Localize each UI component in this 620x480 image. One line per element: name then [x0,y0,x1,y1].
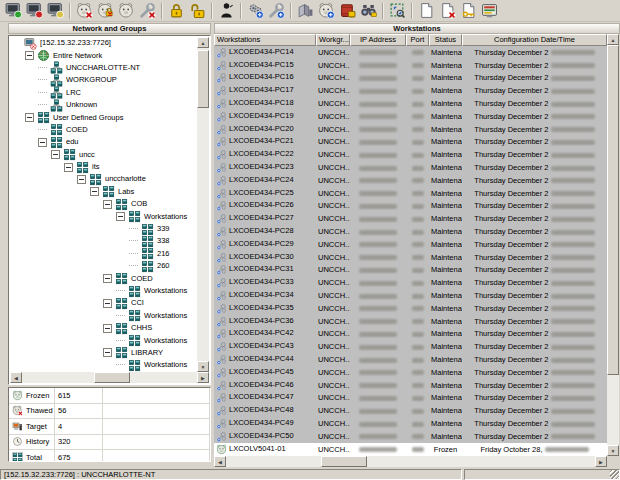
tree-item-workstations[interactable]: Workstations [10,210,197,222]
tree-item-library[interactable]: LIBRARY [10,347,197,359]
tree-item-edu[interactable]: edu [10,136,197,148]
workstation-row-lxcoed434-pc19[interactable]: LXCOED434-PC19UNCCH...Maintena...Thursda… [214,110,607,123]
table-vertical-scrollbar[interactable]: ▲ ▼ [607,34,619,456]
tree-item-labs[interactable]: Labs [10,186,197,198]
tree-item-entire-network[interactable]: Entire Network [10,49,197,61]
scroll-track[interactable] [197,48,209,361]
tree-item-workstations[interactable]: Workstations [10,334,197,346]
scroll-down-button[interactable]: ▼ [607,445,619,456]
workstation-row-lxcoed434-pc50[interactable]: LXCOED434-PC50UNCCH...Maintena...Thursda… [214,430,607,443]
collapse-toggle-icon[interactable] [77,175,86,184]
collapse-toggle-icon[interactable] [25,51,34,60]
scroll-up-button[interactable]: ▲ [607,34,619,45]
workstation-row-lxcoed434-pc20[interactable]: LXCOED434-PC20UNCCH...Maintena...Thursda… [214,123,607,136]
scroll-right-button[interactable]: ▶ [595,456,607,467]
tree-item-lrc[interactable]: LRC [10,87,197,99]
workstation-row-lxcoed434-pc49[interactable]: LXCOED434-PC49UNCCH...Maintena...Thursda… [214,417,607,430]
tree-item-workstations[interactable]: Workstations [10,310,197,322]
tree-item-cob[interactable]: COB [10,198,197,210]
workstation-row-lxcoed434-pc35[interactable]: LXCOED434-PC35UNCCH...Maintena...Thursda… [214,302,607,315]
delete-item-button[interactable] [437,1,458,21]
scroll-left-button[interactable]: ◀ [214,456,226,467]
workstation-row-lxcoed434-pc45[interactable]: LXCOED434-PC45UNCCH...Maintena...Thursda… [214,366,607,379]
workstation-row-lxcoed434-pc24[interactable]: LXCOED434-PC24UNCCH...Maintena...Thursda… [214,174,607,187]
workstation-row-lxcoed434-pc14[interactable]: LXCOED434-PC14UNCCH...Maintena...Thursda… [214,46,607,59]
tree-item-coed[interactable]: COED [10,124,197,136]
workstation-row-lxcoed434-pc43[interactable]: LXCOED434-PC43UNCCH...Maintena...Thursda… [214,340,607,353]
tree-item-cci[interactable]: CCI [10,297,197,309]
scan-network-button[interactable] [358,1,379,21]
workstation-row-lxcoed434-pc48[interactable]: LXCOED434-PC48UNCCH...Maintena...Thursda… [214,404,607,417]
scroll-thumb[interactable] [607,45,619,375]
tree-horizontal-scrollbar[interactable]: ◀ ▶ [10,372,209,383]
tree-item-coed[interactable]: COED [10,272,197,284]
wake-up-button[interactable] [45,1,66,21]
workstation-row-lxcoed434-pc44[interactable]: LXCOED434-PC44UNCCH...Maintena...Thursda… [214,353,607,366]
lock-keyboard-button[interactable] [166,1,187,21]
unlock-keyboard-button[interactable] [187,1,208,21]
workstation-row-lxcoed434-pc28[interactable]: LXCOED434-PC28UNCCH...Maintena...Thursda… [214,225,607,238]
tree-item-unccharlotte-nt[interactable]: UNCCHARLOTTE-NT [10,62,197,74]
end-maintenance-button[interactable] [137,1,158,21]
workstation-row-lxcoed434-pc26[interactable]: LXCOED434-PC26UNCCH...Maintena...Thursda… [214,200,607,213]
scroll-right-button[interactable]: ▶ [197,372,209,383]
tree-vertical-scrollbar[interactable]: ▲ ▼ [197,37,209,372]
collapse-toggle-icon[interactable] [64,163,73,172]
power-on-button[interactable] [3,1,24,21]
collapse-toggle-icon[interactable] [103,200,112,209]
workstation-row-lxcoed434-pc17[interactable]: LXCOED434-PC17UNCCH...Maintena...Thursda… [214,84,607,97]
push-install-button[interactable] [295,1,316,21]
workstation-row-lxcoed434-pc31[interactable]: LXCOED434-PC31UNCCH...Maintena...Thursda… [214,264,607,277]
workstation-row-lxcoed434-pc47[interactable]: LXCOED434-PC47UNCCH...Maintena...Thursda… [214,392,607,405]
workstation-row-lxcoed434-pc22[interactable]: LXCOED434-PC22UNCCH...Maintena...Thursda… [214,148,607,161]
collapse-toggle-icon[interactable] [25,113,34,122]
tree-item-unknown[interactable]: Unknown [10,99,197,111]
scroll-down-button[interactable]: ▼ [197,361,209,372]
column-header-status[interactable]: Status [429,34,462,46]
workstation-row-lxcoed434-pc34[interactable]: LXCOED434-PC34UNCCH...Maintena...Thursda… [214,289,607,302]
tree-item-workstations[interactable]: Workstations [10,285,197,297]
collapse-toggle-icon[interactable] [90,187,99,196]
remote-launch-button[interactable] [479,1,500,21]
workstation-row-lxcoed434-pc15[interactable]: LXCOED434-PC15UNCCH...Maintena...Thursda… [214,59,607,72]
collapse-toggle-icon[interactable] [103,348,112,357]
workstation-row-lxcoed434-pc21[interactable]: LXCOED434-PC21UNCCH...Maintena...Thursda… [214,136,607,149]
table-horizontal-scrollbar[interactable]: ◀ ▶ [214,456,607,467]
scroll-thumb[interactable] [321,456,367,467]
select-area-button[interactable] [387,1,408,21]
workstation-row-lxcolv5041-01[interactable]: LXCOLV5041-01UNCCH...FrozenFriday Octobe… [214,443,607,456]
add-workstation-button[interactable] [316,1,337,21]
workstation-row-lxcoed434-pc33[interactable]: LXCOED434-PC33UNCCH...Maintena...Thursda… [214,276,607,289]
tree-item-unccharlotte[interactable]: unccharlotte [10,173,197,185]
scroll-track[interactable] [22,372,197,383]
workstation-row-lxcoed434-pc36[interactable]: LXCOED434-PC36UNCCH...Maintena...Thursda… [214,315,607,328]
scroll-left-button[interactable]: ◀ [10,372,22,383]
workstation-row-lxcoed434-pc23[interactable]: LXCOED434-PC23UNCCH...Maintena...Thursda… [214,161,607,174]
power-off-button[interactable] [24,1,45,21]
tree-item-user-defined-groups[interactable]: User Defined Groups [10,111,197,123]
workstation-row-lxcoed434-pc29[interactable]: LXCOED434-PC29UNCCH...Maintena...Thursda… [214,238,607,251]
history-log-button[interactable] [337,1,358,21]
scroll-up-button[interactable]: ▲ [197,37,209,48]
collapse-toggle-icon[interactable] [51,150,60,159]
tree-item-260[interactable]: 260 [10,260,197,272]
tree-item-216[interactable]: 216 [10,248,197,260]
tree-item-workgroup[interactable]: WORKGROUP [10,74,197,86]
resize-grip[interactable] [610,470,619,479]
workstation-row-lxcoed434-pc30[interactable]: LXCOED434-PC30UNCCH...Maintena...Thursda… [214,251,607,264]
workstation-row-lxcoed434-pc16[interactable]: LXCOED434-PC16UNCCH...Maintena...Thursda… [214,72,607,85]
workstation-row-lxcoed434-pc25[interactable]: LXCOED434-PC25UNCCH...Maintena...Thursda… [214,187,607,200]
scroll-thumb[interactable] [94,372,130,383]
collapse-toggle-icon[interactable] [116,212,125,221]
boot-thawed-button[interactable] [74,1,95,21]
column-header-port[interactable]: Port [406,34,429,46]
boot-thawed-locked-button[interactable] [95,1,116,21]
begin-maintenance-button[interactable] [266,1,287,21]
one-time-password-button[interactable] [458,1,479,21]
workstation-row-lxcoed434-pc27[interactable]: LXCOED434-PC27UNCCH...Maintena...Thursda… [214,212,607,225]
column-header-workgr[interactable]: Workgr... [316,34,350,46]
new-item-button[interactable] [416,1,437,21]
collapse-toggle-icon[interactable] [38,138,47,147]
column-header-workstations[interactable]: Workstations [214,34,316,46]
scroll-track[interactable] [607,45,619,445]
